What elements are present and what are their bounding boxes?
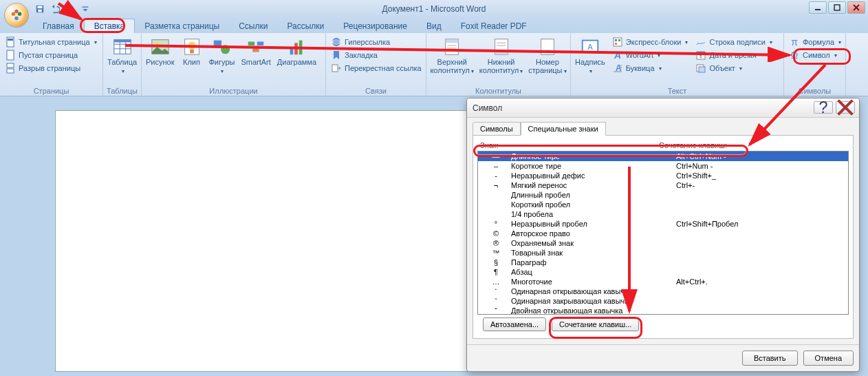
textbox-button[interactable]: AНадпись▾ (572, 34, 608, 77)
tab-references[interactable]: Ссылки (229, 19, 277, 33)
header-button[interactable]: Верхний колонтитул▾ (428, 34, 476, 77)
save-button[interactable] (33, 2, 47, 16)
qat-customize[interactable] (78, 2, 92, 16)
group-illustrations-label: Иллюстрации (143, 86, 324, 96)
minimize-button[interactable] (809, 1, 827, 14)
picture-icon (149, 36, 171, 58)
svg-rect-51 (614, 38, 622, 46)
list-item[interactable]: ™Товарный знак (478, 248, 848, 258)
list-item[interactable]: §Параграф (478, 258, 848, 267)
list-item[interactable]: …МноготочиеAlt+Ctrl+. (478, 277, 848, 286)
group-illustrations: Рисунок Клип Фигуры▾ SmartArt Диаграмма … (142, 33, 326, 96)
ribbon: Титульная страница▾ Пустая страница Разр… (0, 33, 868, 96)
object-button[interactable]: Объект▾ (693, 62, 774, 74)
close-button[interactable] (847, 1, 865, 14)
quickparts-button[interactable]: Экспресс-блоки▾ (610, 36, 691, 48)
svg-text:?: ? (818, 98, 827, 116)
cancel-button[interactable]: Отмена (803, 351, 854, 366)
svg-rect-7 (38, 10, 41, 12)
quick-access-toolbar (33, 2, 92, 16)
dialog-tab-symbols[interactable]: Символы (473, 122, 521, 136)
wordart-button[interactable]: AWordArt▾ (610, 49, 691, 61)
chart-icon (285, 36, 307, 58)
list-item[interactable]: Длинный пробел (478, 190, 848, 200)
window-title: Документ1 - Microsoft Word (382, 4, 486, 14)
list-item[interactable]: ¶Абзац (478, 267, 848, 277)
autocorrect-button[interactable]: Автозамена... (483, 317, 546, 331)
picture-button[interactable]: Рисунок (143, 34, 177, 67)
clip-button[interactable]: Клип (178, 34, 206, 67)
list-item[interactable]: ©Авторское право (478, 229, 848, 238)
svg-rect-31 (252, 48, 259, 52)
formula-label: Формула (803, 38, 834, 46)
list-item[interactable]: °Неразрывный пробелCtrl+Shift+Пробел (478, 219, 848, 229)
pagenum-button[interactable]: #Номер страницы▾ (526, 34, 569, 77)
tab-foxit[interactable]: Foxit Reader PDF (451, 19, 536, 33)
dropcap-button[interactable]: AБуквица▾ (610, 62, 691, 74)
undo-button[interactable] (48, 2, 62, 16)
header-icon (441, 36, 463, 58)
maximize-button[interactable] (828, 1, 846, 14)
tab-home[interactable]: Главная (33, 19, 84, 33)
group-links-label: Связи (327, 86, 424, 96)
smartart-button[interactable]: SmartArt (238, 34, 273, 67)
list-item[interactable]: -Неразрывный дефисCtrl+Shift+_ (478, 171, 848, 180)
tab-mailings[interactable]: Рассылки (277, 19, 334, 33)
dialog-help-button[interactable]: ? (814, 101, 833, 114)
tab-review[interactable]: Рецензирование (334, 19, 417, 33)
cover-page-button[interactable]: Титульная страница▾ (3, 36, 99, 48)
hyperlink-button[interactable]: Гиперссылка (329, 36, 424, 48)
bookmark-button[interactable]: Закладка (329, 49, 424, 61)
group-headfoot: Верхний колонтитул▾ Нижний колонтитул▾ #… (426, 33, 571, 96)
crossref-button[interactable]: Перекрестная ссылка (329, 62, 424, 74)
shapes-button[interactable]: Фигуры▾ (206, 34, 238, 77)
list-item[interactable]: ®Охраняемый знак (478, 238, 848, 248)
table-button[interactable]: Таблица▾ (105, 34, 140, 77)
svg-rect-9 (815, 9, 821, 10)
svg-rect-6 (38, 6, 43, 9)
list-item[interactable]: 1/4 пробела (478, 209, 848, 219)
svg-rect-30 (257, 42, 263, 46)
dialog-tab-special[interactable]: Специальные знаки (521, 122, 606, 136)
svg-point-4 (14, 10, 19, 14)
document-page[interactable] (55, 110, 481, 372)
picture-label: Рисунок (146, 58, 175, 66)
list-item[interactable]: ‘Одинарная открывающая кавычка (478, 286, 848, 296)
page-break-label: Разрыв страницы (19, 64, 80, 72)
svg-point-25 (188, 42, 195, 50)
annotation-list-header (473, 145, 748, 157)
svg-rect-32 (290, 47, 294, 54)
insert-button[interactable]: Вставить (742, 351, 798, 366)
office-button[interactable] (4, 3, 29, 28)
tab-page-layout[interactable]: Разметка страницы (135, 19, 229, 33)
page-break-button[interactable]: Разрыв страницы (3, 62, 99, 74)
list-scroll[interactable]: —Длинное тиреAlt+Ctrl+Num -–Короткое тир… (478, 152, 848, 314)
chart-label: Диаграмма (277, 58, 316, 66)
dialog-panel: Знак: Сочетание клавиш: —Длинное тиреAlt… (473, 135, 854, 339)
textbox-icon: A (579, 36, 601, 58)
list-item[interactable]: Короткий пробел (478, 200, 848, 209)
signature-label: Строка подписи (709, 38, 765, 46)
blank-page-button[interactable]: Пустая страница (3, 49, 99, 61)
list-item[interactable]: –Короткое тиреCtrl+Num - (478, 161, 848, 171)
dialog-titlebar[interactable]: Символ ? (467, 98, 859, 118)
wordart-label: WordArt (626, 51, 653, 59)
cover-page-label: Титульная страница (19, 38, 90, 46)
datetime-button[interactable]: 5Дата и время (693, 49, 774, 61)
chart-button[interactable]: Диаграмма (274, 34, 319, 67)
footer-button[interactable]: Нижний колонтитул▾ (477, 34, 525, 77)
annotation-shortcut-button (549, 317, 642, 339)
svg-text:A: A (587, 43, 593, 51)
shapes-icon (210, 36, 232, 58)
signature-button[interactable]: Строка подписи▾ (693, 36, 774, 48)
redo-button[interactable] (63, 2, 77, 16)
formula-button[interactable]: πФормула▾ (787, 36, 843, 48)
list-item[interactable]: ’Одинарная закрывающая кавычка (478, 296, 848, 306)
group-headfoot-label: Колонтитулы (428, 86, 569, 96)
dialog-tabs: Символы Специальные знаки (467, 118, 859, 136)
list-item[interactable]: “Двойная открывающая кавычка (478, 306, 848, 314)
list-item[interactable]: ¬Мягкий переносCtrl+- (478, 180, 848, 190)
dialog-close-button[interactable] (836, 101, 855, 114)
blank-page-label: Пустая страница (19, 51, 78, 59)
tab-view[interactable]: Вид (417, 19, 451, 33)
